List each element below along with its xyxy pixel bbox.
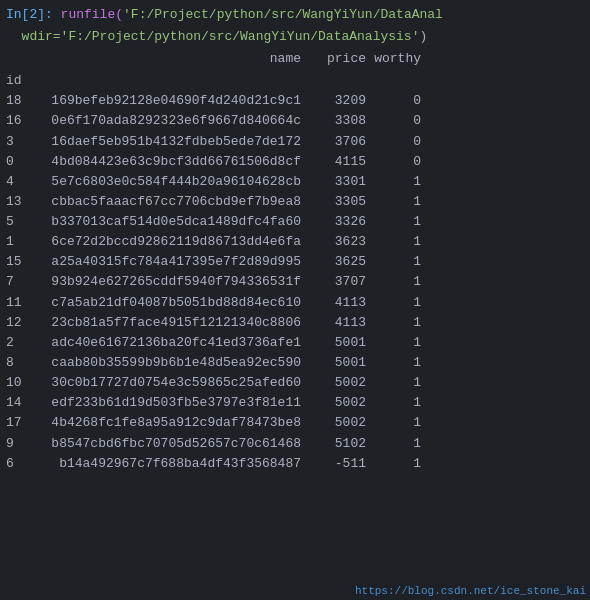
table-row: 5b337013caf514d0e5dca1489dfc4fa6033261	[0, 212, 590, 232]
row-name: 6ce72d2bccd92862119d86713dd4e6fa	[36, 232, 301, 252]
table-header: name price worthy	[0, 48, 590, 71]
row-id: 0	[6, 152, 36, 172]
row-name: 93b924e627265cddf5940f794336531f	[36, 272, 301, 292]
row-price: 3301	[301, 172, 366, 192]
row-worthy: 1	[366, 212, 421, 232]
id-label: id	[0, 71, 590, 91]
row-id: 18	[6, 91, 36, 111]
col-price-header: price	[301, 49, 366, 70]
table-row: 18169befeb92128e04690f4d240d21c9c132090	[0, 91, 590, 111]
row-id: 7	[6, 272, 36, 292]
row-worthy: 0	[366, 91, 421, 111]
table-row: 14edf233b61d19d503fb5e3797e3f81e1150021	[0, 393, 590, 413]
table-body: 18169befeb92128e04690f4d240d21c9c1320901…	[0, 91, 590, 474]
table-row: 16ce72d2bccd92862119d86713dd4e6fa36231	[0, 232, 590, 252]
row-name: 23cb81a5f7face4915f12121340c8806	[36, 313, 301, 333]
row-worthy: 1	[366, 434, 421, 454]
file-path-cont: wdir=	[6, 27, 61, 47]
row-name: b8547cbd6fbc70705d52657c70c61468	[36, 434, 301, 454]
table-row: 13cbbac5faaacf67cc7706cbd9ef7b9ea833051	[0, 192, 590, 212]
table-row: 160e6f170ada8292323e6f9667d840664c33080	[0, 111, 590, 131]
wdir-value: 'F:/Project/python/src/WangYiYun/DataAna…	[61, 27, 420, 47]
row-id: 16	[6, 111, 36, 131]
table-row: 15a25a40315fc784a417395e7f2d89d99536251	[0, 252, 590, 272]
row-id: 14	[6, 393, 36, 413]
row-id: 17	[6, 413, 36, 433]
row-price: 5001	[301, 333, 366, 353]
table-row: 793b924e627265cddf5940f794336531f37071	[0, 272, 590, 292]
table-row: 316daef5eb951b4132fdbeb5ede7de17237060	[0, 132, 590, 152]
row-price: 5001	[301, 353, 366, 373]
row-worthy: 1	[366, 172, 421, 192]
row-worthy: 0	[366, 132, 421, 152]
row-id: 3	[6, 132, 36, 152]
table-row: 8caab80b35599b9b6b1e48d5ea92ec59050011	[0, 353, 590, 373]
row-name: 0e6f170ada8292323e6f9667d840664c	[36, 111, 301, 131]
row-worthy: 0	[366, 111, 421, 131]
row-id: 9	[6, 434, 36, 454]
row-price: 3326	[301, 212, 366, 232]
col-name-header: name	[36, 49, 301, 70]
table-row: 45e7c6803e0c584f444b20a96104628cb33011	[0, 172, 590, 192]
row-name: 169befeb92128e04690f4d240d21c9c1	[36, 91, 301, 111]
row-id: 5	[6, 212, 36, 232]
row-name: c7a5ab21df04087b5051bd88d84ec610	[36, 293, 301, 313]
row-worthy: 1	[366, 293, 421, 313]
row-price: 4113	[301, 313, 366, 333]
row-name: caab80b35599b9b6b1e48d5ea92ec590	[36, 353, 301, 373]
row-name: 16daef5eb951b4132fdbeb5ede7de172	[36, 132, 301, 152]
row-price: 3625	[301, 252, 366, 272]
file-path: 'F:/Project/python/src/WangYiYun/DataAna…	[123, 5, 443, 25]
row-price: 3308	[301, 111, 366, 131]
row-name: a25a40315fc784a417395e7f2d89d995	[36, 252, 301, 272]
row-price: 5002	[301, 393, 366, 413]
row-id: 2	[6, 333, 36, 353]
header-spacer	[6, 49, 36, 70]
row-price: -511	[301, 454, 366, 474]
table-row: 9b8547cbd6fbc70705d52657c70c6146851021	[0, 434, 590, 454]
table-row: 04bd084423e63c9bcf3dd66761506d8cf41150	[0, 152, 590, 172]
row-id: 13	[6, 192, 36, 212]
row-worthy: 1	[366, 393, 421, 413]
row-worthy: 1	[366, 413, 421, 433]
row-worthy: 0	[366, 152, 421, 172]
row-name: b337013caf514d0e5dca1489dfc4fa60	[36, 212, 301, 232]
table-row: 6b14a492967c7f688ba4df43f3568487-5111	[0, 454, 590, 474]
row-name: 4b4268fc1fe8a95a912c9daf78473be8	[36, 413, 301, 433]
row-name: cbbac5faaacf67cc7706cbd9ef7b9ea8	[36, 192, 301, 212]
row-id: 12	[6, 313, 36, 333]
run-keyword: runfile(	[53, 5, 123, 25]
row-price: 5102	[301, 434, 366, 454]
row-id: 10	[6, 373, 36, 393]
row-name: b14a492967c7f688ba4df43f3568487	[36, 454, 301, 474]
row-price: 4113	[301, 293, 366, 313]
row-worthy: 1	[366, 272, 421, 292]
row-price: 3707	[301, 272, 366, 292]
table-row: 1223cb81a5f7face4915f12121340c880641131	[0, 313, 590, 333]
row-id: 15	[6, 252, 36, 272]
row-id: 4	[6, 172, 36, 192]
terminal-window: In[2]: runfile('F:/Project/python/src/Wa…	[0, 0, 590, 600]
row-worthy: 1	[366, 192, 421, 212]
row-price: 5002	[301, 413, 366, 433]
row-price: 3305	[301, 192, 366, 212]
command-line-2: wdir='F:/Project/python/src/WangYiYun/Da…	[0, 26, 590, 48]
row-id: 11	[6, 293, 36, 313]
row-id: 1	[6, 232, 36, 252]
col-worthy-header: worthy	[366, 49, 421, 70]
row-id: 8	[6, 353, 36, 373]
row-worthy: 1	[366, 333, 421, 353]
table-row: 1030c0b17727d0754e3c59865c25afed6050021	[0, 373, 590, 393]
row-worthy: 1	[366, 353, 421, 373]
row-worthy: 1	[366, 313, 421, 333]
row-worthy: 1	[366, 252, 421, 272]
row-name: edf233b61d19d503fb5e3797e3f81e11	[36, 393, 301, 413]
row-worthy: 1	[366, 373, 421, 393]
row-name: 30c0b17727d0754e3c59865c25afed60	[36, 373, 301, 393]
row-name: 5e7c6803e0c584f444b20a96104628cb	[36, 172, 301, 192]
table-row: 174b4268fc1fe8a95a912c9daf78473be850021	[0, 413, 590, 433]
watermark: https://blog.csdn.net/ice_stone_kai	[351, 584, 590, 598]
table-row: 11c7a5ab21df04087b5051bd88d84ec61041131	[0, 293, 590, 313]
row-name: 4bd084423e63c9bcf3dd66761506d8cf	[36, 152, 301, 172]
row-price: 3623	[301, 232, 366, 252]
